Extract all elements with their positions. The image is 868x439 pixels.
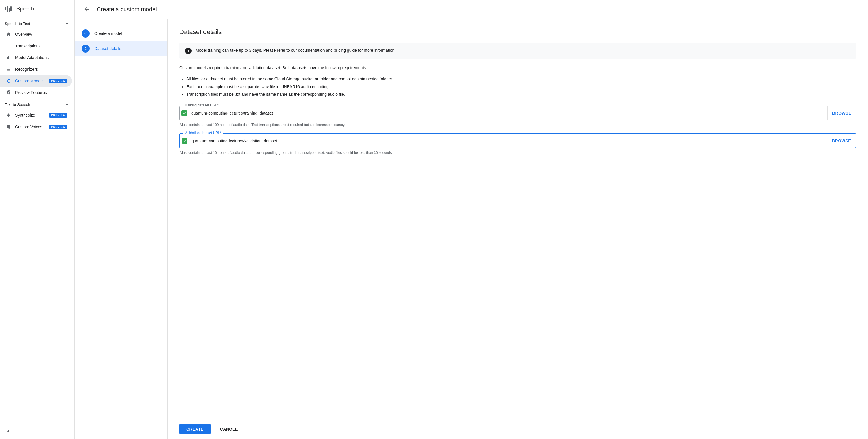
sidebar-item-preview-features-label: Preview Features: [15, 90, 67, 95]
custom-models-preview-badge: PREVIEW: [49, 79, 67, 83]
training-field-label: Training dataset URI *: [183, 103, 220, 107]
training-check-icon: [180, 106, 189, 120]
home-icon: [6, 31, 12, 37]
description-text: Custom models require a training and val…: [179, 65, 856, 71]
sidebar-item-overview[interactable]: Overview: [0, 29, 72, 40]
sidebar-item-transcriptions-label: Transcriptions: [15, 44, 67, 48]
tts-collapse-icon: [64, 102, 69, 107]
step-circle-1: [82, 29, 90, 37]
validation-field-container: Validation dataset URI * BROWSE: [179, 133, 856, 148]
info-icon: i: [185, 48, 191, 54]
sidebar-item-recognizers-label: Recognizers: [15, 67, 67, 72]
sidebar-item-transcriptions[interactable]: Transcriptions: [0, 40, 72, 52]
validation-browse-button[interactable]: BROWSE: [827, 134, 856, 148]
page-title: Dataset details: [179, 28, 856, 36]
training-dataset-field: Training dataset URI * BROWSE Must conta…: [179, 106, 856, 127]
sidebar-item-custom-voices[interactable]: Custom Voices PREVIEW: [0, 121, 72, 133]
custom-voices-preview-badge: PREVIEW: [49, 125, 67, 129]
sidebar-item-model-adaptations[interactable]: Model Adaptations: [0, 52, 72, 63]
validation-dataset-input[interactable]: [189, 135, 827, 147]
sidebar-footer: ◄: [0, 423, 74, 439]
requirements-list: All files for a dataset must be stored i…: [179, 76, 856, 97]
requirement-2: Each audio example must be a separate .w…: [186, 83, 856, 90]
sidebar-item-model-adaptations-label: Model Adaptations: [15, 55, 67, 60]
sidebar-collapse-btn[interactable]: ◄: [5, 427, 69, 436]
main-area: Create a custom model Create a model 2 D…: [74, 0, 868, 439]
stepper-panel: Create a model 2 Dataset details: [74, 19, 168, 439]
stepper-item-create-model[interactable]: Create a model: [74, 26, 167, 41]
svg-rect-1: [7, 6, 8, 12]
validation-check-icon: [180, 134, 189, 148]
sidebar-item-overview-label: Overview: [15, 32, 67, 37]
action-bar: CREATE CANCEL: [168, 419, 868, 439]
synthesize-icon: [6, 112, 12, 118]
requirement-1: All files for a dataset must be stored i…: [186, 76, 856, 82]
stepper-item-dataset-details[interactable]: 2 Dataset details: [74, 41, 167, 56]
svg-rect-3: [10, 6, 12, 11]
stt-collapse-icon: [64, 21, 69, 26]
header-bar: Create a custom model: [74, 0, 868, 19]
sidebar: Speech Speech-to-Text Overview Transcrip…: [0, 0, 74, 439]
app-title: Speech: [16, 6, 34, 12]
custom-voices-icon: [6, 124, 12, 130]
step-circle-2: 2: [82, 44, 90, 53]
validation-field-hint: Must contain at least 10 hours of audio …: [179, 150, 856, 155]
recognizers-icon: [6, 66, 12, 72]
sidebar-item-custom-models[interactable]: Custom Models PREVIEW: [0, 75, 72, 87]
speech-icon: [5, 5, 13, 13]
content-panel: Dataset details i Model training can tak…: [168, 19, 868, 419]
training-field-container: Training dataset URI * BROWSE: [179, 106, 856, 121]
cancel-button[interactable]: CANCEL: [214, 424, 244, 434]
synthesize-preview-badge: PREVIEW: [49, 113, 67, 117]
back-button[interactable]: [82, 4, 92, 14]
validation-field-label: Validation dataset URI *: [183, 131, 223, 135]
svg-rect-0: [5, 7, 6, 10]
training-dataset-input[interactable]: [189, 107, 827, 119]
step-label-1: Create a model: [94, 31, 122, 36]
info-box-text: Model training can take up to 3 days. Pl…: [196, 47, 396, 54]
info-box: i Model training can take up to 3 days. …: [179, 43, 856, 59]
custom-models-icon: [6, 78, 12, 84]
transcriptions-icon: [6, 43, 12, 49]
training-browse-button[interactable]: BROWSE: [827, 106, 856, 120]
content-row: Create a model 2 Dataset details Dataset…: [74, 19, 868, 439]
main-inner: Dataset details i Model training can tak…: [168, 19, 868, 439]
requirement-3: Transcription files must be .txt and hav…: [186, 91, 856, 97]
sidebar-collapse-label: ◄: [6, 429, 10, 433]
stt-section-label: Speech-to-Text: [5, 22, 30, 26]
tts-section-header[interactable]: Text-to-Speech: [0, 98, 74, 109]
sidebar-item-preview-features[interactable]: Preview Features: [0, 87, 72, 98]
training-check-box: [181, 110, 187, 116]
validation-check-box: [182, 138, 187, 144]
sidebar-item-recognizers[interactable]: Recognizers: [0, 63, 72, 75]
step-label-2: Dataset details: [94, 46, 121, 51]
header-title: Create a custom model: [97, 6, 157, 13]
stt-section-header[interactable]: Speech-to-Text: [0, 18, 74, 29]
svg-rect-2: [9, 7, 10, 12]
sidebar-item-synthesize[interactable]: Synthesize PREVIEW: [0, 109, 72, 121]
sidebar-item-synthesize-label: Synthesize: [15, 113, 46, 117]
training-field-hint: Must contain at least 100 hours of audio…: [179, 122, 856, 127]
preview-features-icon: [6, 90, 12, 95]
sidebar-item-custom-voices-label: Custom Voices: [15, 125, 46, 129]
model-adaptations-icon: [6, 55, 12, 61]
sidebar-item-custom-models-label: Custom Models: [15, 78, 46, 83]
validation-dataset-field: Validation dataset URI * BROWSE Must con…: [179, 133, 856, 155]
sidebar-header: Speech: [0, 0, 74, 18]
create-button[interactable]: CREATE: [179, 424, 211, 434]
tts-section-label: Text-to-Speech: [5, 102, 30, 107]
